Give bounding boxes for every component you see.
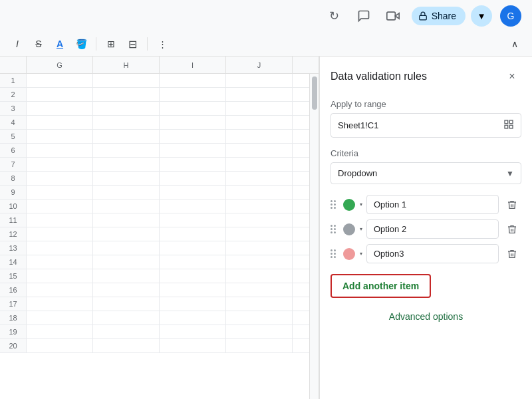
merge-button[interactable]: ⊟	[123, 35, 142, 53]
table-row: 7	[0, 158, 309, 172]
table-row: 5	[0, 130, 309, 144]
range-value: Sheet1!C1	[338, 120, 498, 130]
grid-area: 1 2 3 4 5 6 7 8 9 10 11 12 13 14 15 16 1	[0, 74, 309, 399]
color-selector-1[interactable]: ▾	[340, 196, 362, 214]
table-row: 17	[0, 297, 309, 311]
table-row: 6	[0, 144, 309, 158]
grid-icon	[503, 119, 514, 132]
main-area: G H I J 1 2 3 4 5 6 7 8 9 10 11	[0, 57, 532, 399]
toolbar-separator	[96, 37, 96, 51]
col-header-G: G	[27, 57, 93, 73]
spreadsheet: G H I J 1 2 3 4 5 6 7 8 9 10 11	[0, 57, 319, 399]
panel-title: Data validation rules	[331, 70, 427, 82]
svg-rect-5	[509, 125, 513, 128]
svg-rect-3	[509, 120, 513, 124]
top-bar: ↻ Share ▼ G	[0, 0, 532, 32]
list-item: ▾	[331, 244, 521, 263]
drag-handle[interactable]	[331, 225, 336, 233]
option-input-2[interactable]	[366, 219, 499, 239]
scroll-thumb[interactable]	[312, 76, 317, 110]
table-row: 2	[0, 88, 309, 102]
table-row: 14	[0, 255, 309, 269]
share-label: Share	[432, 11, 456, 21]
list-item: ▾	[331, 195, 521, 214]
svg-rect-4	[505, 125, 508, 128]
color-swatch-2[interactable]	[340, 220, 358, 239]
avatar[interactable]: G	[500, 5, 521, 27]
delete-option-2-button[interactable]	[503, 220, 521, 239]
table-row: 16	[0, 283, 309, 297]
add-another-item-button[interactable]: Add another item	[331, 274, 431, 298]
apply-to-range-section: Apply to range Sheet1!C1	[331, 99, 521, 138]
color-arrow-icon: ▾	[360, 226, 362, 232]
table-row: 12	[0, 227, 309, 241]
svg-rect-1	[419, 15, 426, 19]
color-swatch-3[interactable]	[340, 245, 358, 263]
color-arrow-icon: ▾	[360, 251, 362, 257]
table-row: 11	[0, 213, 309, 227]
panel-header: Data validation rules ×	[331, 67, 521, 86]
grid: 1 2 3 4 5 6 7 8 9 10 11 12 13 14 15 16 1	[0, 74, 309, 353]
comment-icon[interactable]	[353, 5, 374, 27]
col-header-H: H	[93, 57, 160, 73]
table-row: 8	[0, 172, 309, 186]
table-row: 15	[0, 269, 309, 283]
table-row: 19	[0, 325, 309, 339]
border-button[interactable]: ⊞	[102, 35, 120, 53]
option-input-3[interactable]	[366, 244, 499, 263]
close-button[interactable]: ×	[503, 67, 521, 86]
table-row: 1	[0, 74, 309, 88]
col-header-J: J	[226, 57, 293, 73]
data-validation-panel: Data validation rules × Apply to range S…	[319, 57, 532, 399]
paint-bucket-button[interactable]: 🪣	[72, 35, 90, 53]
table-row: 9	[0, 186, 309, 200]
color-arrow-icon: ▾	[360, 201, 362, 207]
row-num-header	[0, 57, 27, 73]
col-header-I: I	[160, 57, 226, 73]
share-button[interactable]: Share	[412, 7, 466, 25]
history-icon[interactable]: ↻	[324, 5, 345, 27]
table-row: 10	[0, 200, 309, 213]
spreadsheet-inner: 1 2 3 4 5 6 7 8 9 10 11 12 13 14 15 16 1	[0, 74, 319, 399]
criteria-dropdown[interactable]: Dropdown ▼	[331, 162, 521, 184]
list-item: ▾	[331, 219, 521, 239]
color-selector-2[interactable]: ▾	[340, 220, 362, 239]
options-list: ▾	[331, 195, 521, 263]
delete-option-3-button[interactable]	[503, 245, 521, 263]
criteria-section: Criteria Dropdown ▼	[331, 148, 521, 184]
column-headers: G H I J	[0, 57, 319, 74]
dropdown-arrow-icon: ▼	[506, 169, 514, 178]
more-button[interactable]: ⋮	[153, 35, 172, 53]
svg-rect-2	[505, 120, 508, 124]
svg-rect-0	[386, 12, 395, 20]
color-selector-3[interactable]: ▾	[340, 245, 362, 263]
share-dropdown-button[interactable]: ▼	[471, 5, 492, 27]
scrollbar[interactable]	[309, 74, 319, 399]
drag-handle[interactable]	[331, 249, 336, 258]
secondary-toolbar: I S A 🪣 ⊞ ⊟ ⋮ ∧	[0, 32, 532, 57]
criteria-label: Criteria	[331, 148, 521, 158]
toolbar-separator-2	[147, 37, 148, 51]
italic-button[interactable]: I	[8, 35, 27, 53]
table-row: 13	[0, 241, 309, 255]
collapse-button[interactable]: ∧	[505, 35, 524, 53]
drag-handle[interactable]	[331, 200, 336, 209]
delete-option-1-button[interactable]	[503, 196, 521, 214]
table-row: 3	[0, 102, 309, 116]
apply-to-range-label: Apply to range	[331, 99, 521, 109]
camera-icon[interactable]	[382, 5, 404, 27]
range-input-row[interactable]: Sheet1!C1	[331, 113, 521, 138]
underline-a-button[interactable]: A	[51, 35, 69, 53]
criteria-value: Dropdown	[338, 168, 503, 178]
strikethrough-button[interactable]: S	[29, 35, 48, 53]
advanced-options-button[interactable]: Advanced options	[331, 309, 521, 325]
color-swatch-1[interactable]	[340, 196, 358, 214]
table-row: 18	[0, 311, 309, 325]
table-row: 20	[0, 339, 309, 353]
table-row: 4	[0, 116, 309, 130]
option-input-1[interactable]	[366, 195, 499, 214]
